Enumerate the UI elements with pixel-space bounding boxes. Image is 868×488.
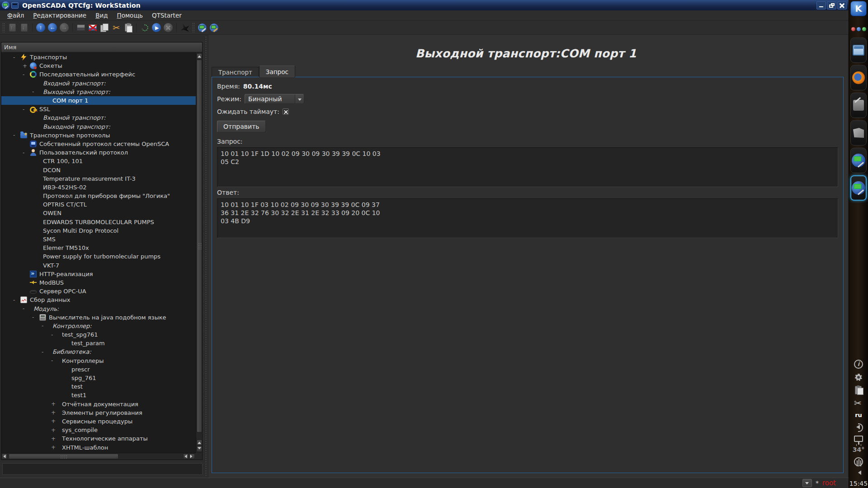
tree-expander[interactable]: - (30, 89, 39, 95)
gear-icon[interactable] (854, 373, 863, 382)
taskbar-openscada-qtcfg-button[interactable] (850, 175, 867, 201)
tree-row[interactable]: -Сбор данных (1, 296, 196, 304)
tree-vertical-scrollbar[interactable] (196, 53, 202, 452)
toolbar-grip[interactable] (2, 23, 5, 33)
menu-файл[interactable]: Файл (3, 11, 28, 20)
pager-dot-blue[interactable] (857, 27, 861, 31)
tree-expander[interactable]: - (21, 71, 30, 78)
tree-expander[interactable]: - (49, 357, 58, 364)
tree-row[interactable]: spg_761 (1, 374, 196, 382)
tree-row[interactable]: -Библиотека: (1, 347, 196, 356)
scroll-right-button[interactable] (189, 454, 195, 459)
maximize-button[interactable] (827, 1, 836, 9)
vertical-scroll-thumb[interactable] (197, 60, 202, 432)
tab-запрос[interactable]: Запрос (259, 66, 295, 77)
tree-row[interactable]: Выходной транспорт: (1, 122, 196, 131)
panel-splitter[interactable] (203, 35, 209, 478)
desktop-pager[interactable] (851, 27, 866, 31)
tree-row[interactable]: +XHTML-шаблон (1, 443, 196, 451)
save-button[interactable] (18, 22, 30, 33)
scroll-up-button[interactable] (197, 53, 202, 59)
tree-row[interactable]: -Транспорты (1, 53, 196, 61)
tree-row[interactable]: Собственный протокол системы OpenSCA (1, 140, 196, 148)
horizontal-scroll-thumb[interactable] (9, 454, 118, 459)
tree-row[interactable]: -Транспортные протоколы (1, 131, 196, 140)
tree-expander[interactable]: + (49, 427, 58, 433)
tree-row[interactable]: -test_spg761 (1, 330, 196, 339)
status-dropdown-button[interactable] (802, 479, 812, 487)
usb-icon[interactable] (854, 457, 863, 466)
tree-row[interactable]: test_param (1, 339, 196, 347)
tree-row[interactable]: -Модуль: (1, 304, 196, 313)
tree-expander[interactable]: - (11, 297, 20, 303)
add-item-button[interactable] (75, 22, 87, 33)
tree-row[interactable]: test (1, 382, 196, 391)
info-icon[interactable] (854, 360, 863, 369)
volume-icon[interactable] (854, 422, 863, 432)
k-menu-button[interactable]: K (850, 1, 867, 16)
menu-редактирование[interactable]: Редактирование (28, 11, 91, 20)
cut-button[interactable]: ✂ (110, 22, 122, 33)
scroll-down-button[interactable] (197, 446, 202, 452)
tree-expander[interactable]: - (11, 54, 20, 61)
menu-помощь[interactable]: Помощь (113, 11, 148, 20)
clipboard-icon[interactable] (855, 386, 862, 394)
keyboard-layout-indicator[interactable]: ru (855, 412, 862, 418)
tree-row[interactable]: -SSL (1, 105, 196, 113)
tree-row[interactable]: +sys_compile (1, 426, 196, 434)
qtcfg-button[interactable] (196, 22, 208, 33)
tab-транспорт[interactable]: Транспорт (212, 67, 259, 77)
stop-button[interactable] (162, 22, 174, 33)
tree-row[interactable]: HTTP-реализация (1, 270, 196, 278)
tree-row[interactable]: -Контроллеры (1, 357, 196, 365)
delete-item-button[interactable] (87, 22, 99, 33)
tree-row[interactable]: Temperature measurement IT-3 (1, 174, 196, 183)
tree-row[interactable]: Elemer TM510x (1, 244, 196, 252)
tree-row[interactable]: Входной транспорт: (1, 113, 196, 122)
taskbar-editor-button[interactable] (850, 93, 867, 118)
tree-expander[interactable]: + (49, 418, 58, 424)
tree-row[interactable]: Протокол для приборов фирмы "Логика" (1, 192, 196, 200)
tree-expander[interactable]: + (49, 444, 58, 450)
forward-button[interactable]: → (58, 22, 70, 33)
window-menu-icon[interactable] (11, 2, 19, 9)
tree-row[interactable]: -Пользовательский протокол (1, 148, 196, 157)
tree-row[interactable]: Сервер OPC-UA (1, 287, 196, 296)
response-textarea[interactable]: 10 01 10 1F 03 10 02 09 30 09 30 39 39 0… (217, 198, 838, 238)
tree-row[interactable]: CTR 100, 101 (1, 157, 196, 165)
taskbar-filemanager-button[interactable] (850, 38, 867, 63)
tree-expander[interactable]: - (21, 106, 30, 113)
pager-dot-red[interactable] (851, 27, 855, 31)
tree-expander[interactable]: - (21, 150, 30, 156)
menu-вид[interactable]: Вид (91, 11, 112, 20)
tree-expander[interactable]: + (49, 401, 58, 407)
tree-row[interactable]: -Выходной транспорт: (1, 88, 196, 96)
current-user[interactable]: root (822, 479, 836, 487)
tree-row[interactable]: OWEN (1, 209, 196, 217)
tree-horizontal-scrollbar[interactable] (1, 453, 196, 460)
tree-expander[interactable]: - (21, 305, 30, 312)
tree-expander[interactable]: + (49, 409, 58, 416)
taskbar-openscada-button[interactable] (850, 148, 867, 173)
copy-button[interactable] (99, 22, 110, 33)
titlebar[interactable]: OpenSCADA QTCfg: WorkStation (0, 0, 849, 10)
tree-expander[interactable]: + (49, 436, 58, 442)
tree-expander[interactable]: - (30, 314, 39, 320)
pager-dot-green[interactable] (862, 27, 866, 31)
toolbar-grip[interactable] (192, 23, 195, 33)
tree-row[interactable]: -Контроллер: (1, 322, 196, 330)
tree-expander[interactable]: - (11, 132, 20, 138)
tree-expander[interactable]: - (40, 349, 49, 355)
tree-row[interactable]: ИВЭ-452HS-02 (1, 183, 196, 192)
start-button[interactable] (151, 22, 162, 33)
tree-row[interactable]: +Сокеты (1, 61, 196, 70)
paste-button[interactable] (122, 22, 134, 33)
vision-button[interactable] (208, 22, 220, 33)
refresh-button[interactable] (139, 22, 151, 33)
tree-row[interactable]: Power supply for turbomolecular pumps (1, 252, 196, 261)
collapse-arrow-icon[interactable] (856, 470, 861, 475)
wait-timeout-checkbox[interactable] (283, 108, 289, 115)
tree-row[interactable]: Входной транспорт: (1, 79, 196, 88)
tree-row[interactable]: -Последовательный интерфейс (1, 70, 196, 79)
tree-row[interactable]: +Сервисные процедуры (1, 417, 196, 426)
